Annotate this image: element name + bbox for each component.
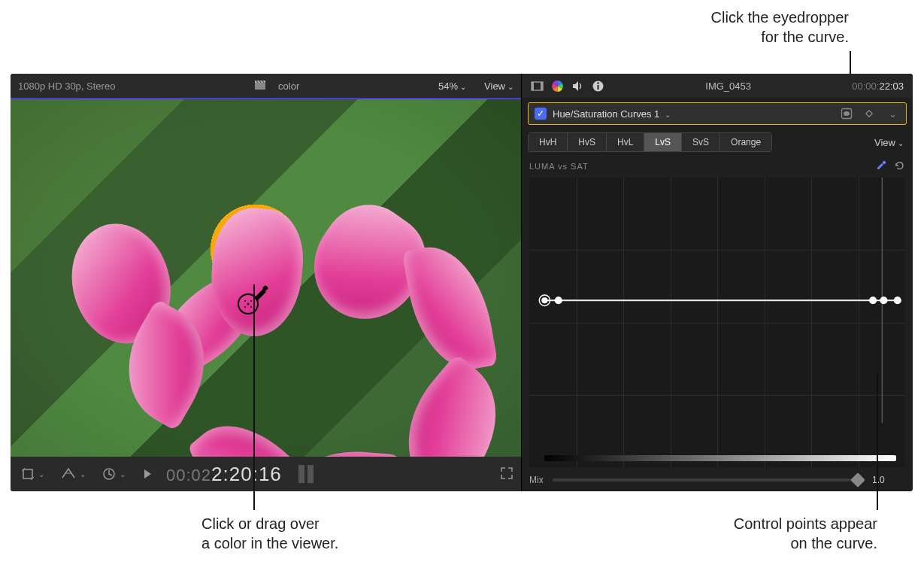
annotation-top-leader bbox=[850, 51, 851, 74]
svg-point-8 bbox=[250, 300, 252, 302]
tab-lvs[interactable]: LvS bbox=[644, 133, 682, 151]
crop-tool-dropdown[interactable]: ⌄ bbox=[18, 464, 47, 484]
clip-label: color bbox=[278, 81, 299, 92]
svg-point-10 bbox=[250, 306, 252, 308]
curve-panel: LUMA vs SAT bbox=[529, 159, 905, 467]
color-inspector-tab[interactable] bbox=[551, 80, 564, 93]
svg-point-22 bbox=[597, 82, 598, 84]
chevron-down-icon: ⌄ bbox=[665, 111, 671, 119]
effect-enable-checkbox[interactable]: ✓ bbox=[535, 108, 547, 120]
tab-hvl[interactable]: HvL bbox=[607, 133, 644, 151]
luma-gradient-strip bbox=[544, 455, 896, 461]
svg-rect-0 bbox=[255, 83, 265, 90]
tab-svs[interactable]: SvS bbox=[682, 133, 720, 151]
timecode-display[interactable]: 00:022:20:16 bbox=[166, 463, 282, 486]
annotation-bottom-left: Click or drag over a color in the viewer… bbox=[201, 514, 338, 553]
mask-button[interactable] bbox=[838, 106, 855, 121]
inspector-duration: 00:00:22:03 bbox=[852, 81, 904, 92]
svg-point-31 bbox=[869, 296, 877, 304]
audio-meter bbox=[298, 465, 314, 483]
curve-tabgroup: HvH HvS HvL LvS SvS Orange bbox=[528, 132, 772, 152]
curve-title: LUMA vs SAT bbox=[529, 162, 869, 171]
app-window: 1080p HD 30p, Stereo color 54%⌄ View⌄ bbox=[11, 74, 913, 491]
chevron-down-icon: ⌄ bbox=[460, 83, 466, 91]
annotation-left-leader bbox=[253, 284, 255, 510]
svg-rect-12 bbox=[23, 469, 32, 478]
viewer-toolbar: 1080p HD 30p, Stereo color 54%⌄ View⌄ bbox=[11, 74, 521, 98]
svg-point-33 bbox=[894, 296, 901, 304]
viewer-transport-bar: ⌄ ⌄ ⌄ 00:022:20:16 bbox=[11, 457, 521, 491]
annotation-top: Click the eyedropper for the curve. bbox=[711, 8, 849, 47]
clapperboard-icon bbox=[254, 79, 266, 93]
svg-rect-21 bbox=[598, 85, 599, 90]
chevron-down-icon: ⌄ bbox=[898, 139, 904, 147]
annotation-right-leader bbox=[877, 373, 878, 510]
curve-view-dropdown[interactable]: View⌄ bbox=[874, 137, 907, 148]
svg-rect-26 bbox=[882, 160, 886, 165]
svg-point-6 bbox=[247, 303, 250, 305]
svg-point-9 bbox=[244, 306, 246, 308]
effect-name-dropdown[interactable]: Hue/Saturation Curves 1 ⌄ bbox=[553, 108, 671, 120]
curve-tabs-row: HvH HvS HvL LvS SvS Orange View⌄ bbox=[528, 132, 907, 152]
curve-header: LUMA vs SAT bbox=[529, 159, 905, 173]
svg-point-30 bbox=[555, 296, 562, 304]
transform-tool-dropdown[interactable]: ⌄ bbox=[58, 464, 89, 484]
svg-rect-25 bbox=[866, 111, 872, 117]
chevron-down-icon: ⌄ bbox=[889, 108, 897, 120]
mix-row: Mix 1.0 bbox=[529, 475, 905, 485]
viewer-canvas[interactable] bbox=[11, 98, 521, 457]
tab-orange[interactable]: Orange bbox=[720, 133, 771, 151]
mix-slider[interactable] bbox=[553, 478, 863, 481]
zoom-dropdown[interactable]: 54%⌄ bbox=[438, 81, 466, 92]
svg-point-7 bbox=[244, 300, 246, 302]
chevron-down-icon: ⌄ bbox=[38, 470, 44, 478]
inspector-clip-name: IMG_0453 bbox=[612, 81, 844, 92]
video-inspector-tab[interactable] bbox=[531, 80, 544, 93]
effect-header-row: ✓ Hue/Saturation Curves 1 ⌄ ⌄ bbox=[528, 102, 907, 125]
chevron-down-icon: ⌄ bbox=[507, 83, 514, 91]
chevron-down-icon: ⌄ bbox=[120, 470, 126, 478]
play-button[interactable] bbox=[139, 466, 156, 482]
format-info: 1080p HD 30p, Stereo bbox=[18, 81, 115, 92]
inspector-pane: IMG_0453 00:00:22:03 ✓ Hue/Saturation Cu… bbox=[522, 74, 913, 491]
keyframe-button[interactable] bbox=[861, 106, 877, 121]
svg-rect-19 bbox=[541, 82, 543, 90]
effect-menu-dropdown[interactable]: ⌄ bbox=[883, 106, 900, 121]
viewer-view-dropdown[interactable]: View⌄ bbox=[484, 81, 514, 92]
curve-editor[interactable] bbox=[529, 178, 905, 467]
retime-tool-dropdown[interactable]: ⌄ bbox=[99, 464, 129, 484]
svg-point-32 bbox=[880, 296, 887, 304]
eyedropper-button[interactable] bbox=[875, 159, 887, 173]
viewer-pane: 1080p HD 30p, Stereo color 54%⌄ View⌄ bbox=[11, 74, 522, 491]
eyedropper-cursor bbox=[236, 283, 269, 316]
info-inspector-tab[interactable] bbox=[592, 80, 604, 93]
curve-svg bbox=[529, 178, 905, 424]
audio-inspector-tab[interactable] bbox=[571, 80, 584, 93]
inspector-header: IMG_0453 00:00:22:03 bbox=[522, 74, 913, 98]
tab-hvh[interactable]: HvH bbox=[529, 133, 568, 151]
annotation-bottom-right: Control points appear on the curve. bbox=[734, 514, 877, 553]
mix-slider-thumb[interactable] bbox=[850, 472, 865, 488]
mix-label: Mix bbox=[529, 475, 544, 485]
chevron-down-icon: ⌄ bbox=[80, 470, 86, 478]
svg-point-29 bbox=[541, 297, 547, 303]
tab-hvs[interactable]: HvS bbox=[568, 133, 607, 151]
fullscreen-button[interactable] bbox=[500, 466, 514, 482]
reset-curve-button[interactable] bbox=[893, 159, 905, 173]
svg-rect-18 bbox=[532, 82, 534, 90]
svg-point-24 bbox=[844, 111, 850, 116]
